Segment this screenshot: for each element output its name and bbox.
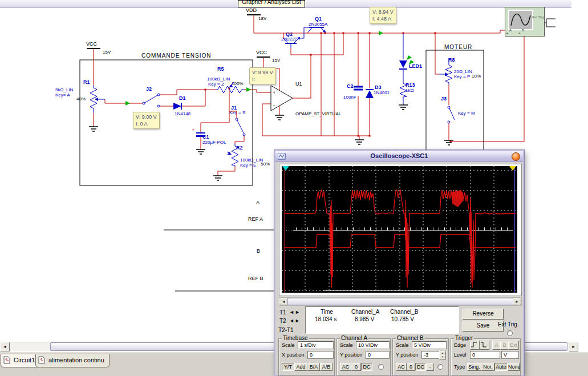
scroll-left-icon[interactable]: ◄ xyxy=(0,342,10,351)
potentiometer-r2[interactable] xyxy=(227,144,238,167)
probe-annotation: V: 8.94 VI: 4.48 A xyxy=(370,7,396,24)
resistor-r13[interactable] xyxy=(400,82,407,98)
oscilloscope-window[interactable]: Oscilloscope-XSC1 xyxy=(274,150,524,376)
window-titlebar[interactable]: Oscilloscope-XSC1 xyxy=(275,151,523,162)
y-position-label: Y position xyxy=(396,352,418,358)
net-label-b: B xyxy=(257,248,260,254)
trigger-ext-button[interactable]: Ext xyxy=(508,341,519,350)
scope-hscrollbar[interactable]: ◄ ► xyxy=(279,297,522,306)
transistor-q1[interactable] xyxy=(308,27,326,33)
timebase-group: Timebase Scale 1 s/Div X position 0 Y/T … xyxy=(278,338,335,376)
ac-button[interactable]: AC xyxy=(396,363,407,371)
ext-trig-label: Ext Trig xyxy=(532,15,544,19)
svg-text:+: + xyxy=(273,90,275,95)
ba-button[interactable]: B/A xyxy=(307,363,320,371)
switch-j3[interactable] xyxy=(448,106,455,123)
grapher-tooltip: Grapher / Analyses List xyxy=(238,0,305,7)
scope-waveform xyxy=(282,166,517,293)
diode-d3[interactable] xyxy=(366,90,374,98)
measurement-readout: Time Channel_A Channel_B 18.034 s 8.985 … xyxy=(305,306,459,334)
t2-label: T2 xyxy=(279,318,286,324)
invert-button[interactable]: - xyxy=(426,363,434,371)
switch-j1[interactable] xyxy=(236,118,245,136)
net-label-a: A xyxy=(256,200,259,205)
t2-t1-label: T2-T1 xyxy=(278,327,294,333)
nor-button[interactable]: Nor. xyxy=(481,363,494,371)
scope-scroll-thumb[interactable] xyxy=(287,298,513,305)
zero-button[interactable]: 0 xyxy=(351,363,361,371)
scope-screen-bezel xyxy=(279,164,522,296)
probe-annotation: V: 9.00 VI: 0 A xyxy=(133,112,160,129)
trigger-level-field[interactable]: 0 xyxy=(470,351,500,359)
trigger-b-button[interactable]: B xyxy=(500,341,509,350)
timebase-scale-field[interactable]: 1 s/Div xyxy=(298,341,334,349)
time-value: 18.034 s xyxy=(315,316,336,322)
oscilloscope-instrument-icon[interactable]: Ext Trig A B + + xyxy=(505,7,545,37)
falling-edge-icon[interactable] xyxy=(480,341,489,350)
capacitor-c2[interactable] xyxy=(354,87,363,90)
auto-button[interactable]: Auto xyxy=(494,363,508,371)
trigger-a-button[interactable]: A xyxy=(492,341,501,350)
sheet-icon xyxy=(3,356,11,365)
channel-b-value: 10.785 V xyxy=(391,316,414,322)
x-position-label: X position xyxy=(282,352,305,358)
cursor-2-handle[interactable] xyxy=(509,166,516,171)
col-time: Time xyxy=(321,309,333,315)
channel-a-terminal[interactable] xyxy=(378,364,384,370)
moteur-box xyxy=(426,50,484,153)
dc-button[interactable]: DC xyxy=(415,363,426,371)
diode-d1[interactable] xyxy=(173,103,181,110)
terminal-b-label: B xyxy=(522,29,524,32)
multisim-workspace: Grapher / Analyses List xyxy=(0,0,588,376)
power-rails xyxy=(87,15,270,57)
dc-button[interactable]: DC xyxy=(361,363,372,371)
channel-a-group: Channel A Scale 10 V/Div Y position 0 AC… xyxy=(336,338,391,376)
channel-b-y-field[interactable]: -3 xyxy=(421,351,440,359)
c1-polarity: + xyxy=(192,127,194,133)
add-button[interactable]: Add xyxy=(294,363,307,371)
net-label-ref-b: REF B xyxy=(248,276,263,281)
tab-circuit1[interactable]: Circuit1 xyxy=(1,354,40,367)
none-button[interactable]: None xyxy=(508,363,520,371)
terminal-a-plus: + xyxy=(506,31,508,35)
ab-button[interactable]: A/B xyxy=(320,363,332,371)
rising-edge-icon[interactable] xyxy=(470,341,480,350)
channel-a-y-field[interactable]: 0 xyxy=(366,351,390,359)
ac-button[interactable]: AC xyxy=(340,363,351,371)
led-light-arrow-icon xyxy=(409,60,414,64)
zero-button[interactable]: 0 xyxy=(407,363,415,371)
channel-a-value: 8.985 V xyxy=(355,316,374,322)
switch-j2[interactable] xyxy=(143,94,160,107)
capacitor-c1[interactable] xyxy=(196,133,205,137)
net-label-ref-a: REF A xyxy=(248,216,263,222)
sing-button[interactable]: Sing. xyxy=(467,363,481,371)
t2-arrows[interactable]: ◄► xyxy=(289,318,301,324)
scale-label: Scale xyxy=(396,342,409,348)
channel-a-scale-field[interactable]: 10 V/Div xyxy=(356,341,390,349)
t1-label: T1 xyxy=(279,309,286,316)
potentiometer-r8[interactable] xyxy=(439,58,452,84)
close-button[interactable] xyxy=(512,152,520,161)
tab-alimentation-continu[interactable]: alimentation continu xyxy=(35,354,110,367)
scroll-right-icon[interactable]: ► xyxy=(569,342,578,351)
reverse-button[interactable]: Reverse xyxy=(463,309,504,320)
scale-label: Scale xyxy=(340,342,353,348)
potentiometer-r1[interactable] xyxy=(90,86,105,113)
ext-trig-terminal xyxy=(507,330,513,336)
t1-arrows[interactable]: ◄► xyxy=(289,309,301,315)
y-position-label: Y position xyxy=(340,352,362,358)
terminal-b-plus: + xyxy=(518,31,521,35)
channel-b-terminal[interactable] xyxy=(437,364,443,370)
channel-b-scale-field[interactable]: 5 V/Div xyxy=(412,341,447,349)
scroll-left-icon[interactable]: ◄ xyxy=(279,298,288,305)
spin-down-icon[interactable]: ▼ xyxy=(439,355,446,359)
trigger-group: Trigger Edge A B Ext Level 0 V Type Sing… xyxy=(451,338,521,376)
yt-button[interactable]: Y/T xyxy=(282,363,294,371)
scroll-right-icon[interactable]: ► xyxy=(513,298,521,305)
cursor-1-handle[interactable] xyxy=(282,166,289,171)
trigger-unit-field[interactable]: V xyxy=(501,351,519,359)
x-position-field[interactable]: 0 xyxy=(307,351,334,359)
opamp-u1[interactable]: + - xyxy=(271,86,293,111)
window-title: Oscilloscope-XSC1 xyxy=(275,152,523,159)
transistor-q2[interactable] xyxy=(283,27,309,48)
